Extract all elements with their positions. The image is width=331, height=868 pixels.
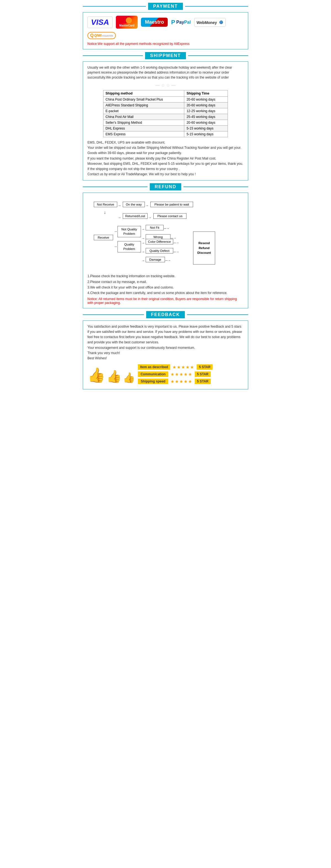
- ship-extra-line: Goods within 39-60 days, please wait for…: [87, 151, 244, 156]
- refund-header: REFUND: [83, 183, 248, 190]
- paypal-logo: P PayPal: [171, 19, 191, 26]
- star-count: 5 STAR: [195, 379, 211, 384]
- stars-decoration: — ☆ ☆ —: [87, 83, 244, 88]
- ship-cell: China Post Ordinary Small Packet Plus: [103, 97, 184, 102]
- receive-box: Receive: [94, 235, 113, 240]
- payment-section: PAYMENT VISA MasterCard Maestro P PayPal: [83, 3, 248, 49]
- arrow3: ↓: [104, 210, 106, 215]
- ship-col-method: Shipping method: [103, 90, 184, 97]
- ship-cell: 25-45 working days: [184, 114, 228, 120]
- arr-notfit-resend: ─→: [164, 226, 170, 230]
- star-count: 5 STAR: [197, 364, 213, 370]
- visa-logo: VISA: [87, 17, 113, 28]
- resend-refund-box: ResendRefundDiscount: [193, 231, 215, 265]
- damage-box: Damage: [146, 257, 165, 262]
- webmoney-logo: WebMoney ⊕: [194, 18, 226, 27]
- refund-section: REFUND Not Receive → On the way → Please…: [83, 183, 248, 308]
- ship-extra-line: EMS, DHL, FEDEX, UPS are available with …: [87, 140, 244, 145]
- payment-box: VISA MasterCard Maestro P PayPal WebMone…: [83, 12, 248, 49]
- arrow4: →: [117, 216, 121, 220]
- feedback-bottom: 👍 👍 👍 Item as described★★★★★5 STARCommun…: [87, 364, 244, 386]
- ship-extra-line: Contact us by email or Ali TradeManager.…: [87, 172, 244, 177]
- thumb-icon-3: 👍: [123, 372, 135, 383]
- payment-header: PAYMENT: [83, 3, 248, 10]
- ship-cell: 20-60 working days: [184, 120, 228, 126]
- ship-cell: AliEPress Standard Shipping: [103, 102, 184, 108]
- star-row: Item as described★★★★★5 STAR: [138, 364, 244, 370]
- please-contact-box: Please contact us: [154, 213, 187, 219]
- shipment-title: SHIPPMENT: [145, 52, 186, 59]
- feedback-title: FEEDBACK: [146, 311, 185, 318]
- on-the-way-box: On the way: [123, 202, 145, 207]
- star-icons: ★★★★★: [170, 379, 193, 384]
- star-count: 5 STAR: [195, 371, 211, 377]
- arrow2: →: [145, 204, 149, 208]
- ship-extra-line: Moveover, fast shipping EMS, DHL, FEDEX …: [87, 161, 244, 166]
- refund-action-item: 3.We will check it for your with the pos…: [87, 285, 244, 290]
- ship-extra-line: If you want the tracking number, please …: [87, 156, 244, 161]
- feedback-box: You satisfaction and positive feedback i…: [83, 320, 248, 390]
- not-fit-box: Not Fit: [146, 225, 164, 230]
- star-row: Communication★★★★★5 STAR: [138, 371, 244, 377]
- shipping-table: Shipping method Shipping Time China Post…: [103, 90, 228, 137]
- refund-title: REFUND: [150, 183, 182, 190]
- refund-notice: Notice: All returned items must be in th…: [87, 297, 244, 305]
- arrow9: →: [114, 244, 117, 249]
- ship-extra-line: Your order will be shipped out via Selle…: [87, 145, 244, 151]
- mastercard-logo: MasterCard: [116, 16, 138, 29]
- shipment-box: Usually we will ship the other within 1-…: [83, 61, 248, 181]
- arr-wrong-resend: ─→: [171, 236, 176, 240]
- please-patient-box: Please be patient to wait: [150, 202, 193, 207]
- ship-cell: 20-60 working days: [184, 102, 228, 108]
- payment-title: PAYMENT: [148, 3, 183, 10]
- star-row: Shipping speed★★★★★5 STAR: [138, 379, 244, 384]
- arrow12: →: [141, 258, 145, 262]
- ship-cell: Seller's Shipping Method: [103, 120, 184, 126]
- ship-cell: 12-25 working days: [184, 108, 228, 114]
- refund-action-item: 4.Check the package and item carefully, …: [87, 290, 244, 296]
- ship-cell: China Post Air Mail: [103, 114, 184, 120]
- refund-action-item: 2.Please contact us by message, e-mail.: [87, 279, 244, 285]
- quality-defect-box: Quality Defect: [146, 248, 173, 253]
- arrow5: →: [148, 216, 151, 220]
- star-rows: Item as described★★★★★5 STARCommunicatio…: [138, 364, 244, 386]
- shipment-section: SHIPPMENT Usually we will ship the other…: [83, 52, 248, 181]
- ship-cell: E-packet: [103, 108, 184, 114]
- ship-cell: 5-15 working days: [184, 131, 228, 137]
- refund-actions: 1.Please check the tracking information …: [87, 273, 244, 296]
- refund-diagram: Not Receive → On the way → Please be pat…: [94, 196, 237, 273]
- shipment-header: SHIPPMENT: [83, 52, 248, 59]
- arrow11: →: [141, 250, 145, 254]
- ship-cell: 5-15 working days: [184, 126, 228, 131]
- ship-extra-line: If the shipping company do not ship the …: [87, 166, 244, 172]
- ship-col-time: Shipping Time: [184, 90, 228, 97]
- ship-cell: EMS Express: [103, 131, 184, 137]
- qiwi-logo: Q QIWI кошелек: [87, 32, 116, 39]
- star-icons: ★★★★★: [172, 365, 194, 370]
- arrow6: →: [114, 229, 117, 234]
- feedback-description: You satisfaction and positive feedback i…: [87, 324, 244, 361]
- ship-cell: DHL Express: [103, 126, 184, 131]
- feedback-section: FEEDBACK You satisfaction and positive f…: [83, 311, 248, 390]
- not-quality-box: Not QualityProblem: [117, 226, 141, 237]
- thumbs-icons: 👍 👍 👍: [87, 367, 135, 383]
- ship-cell: 20-60 working days: [184, 97, 228, 102]
- thumb-icon-1: 👍: [87, 367, 105, 383]
- refund-box: Not Receive → On the way → Please be pat…: [83, 193, 248, 308]
- arrow10: →: [141, 241, 145, 245]
- star-icons: ★★★★★: [170, 372, 193, 377]
- feedback-header: FEEDBACK: [83, 311, 248, 318]
- color-difference-box: Color Difference: [146, 239, 173, 244]
- arrow8: →: [141, 236, 145, 240]
- shipment-description: Usually we will ship the other within 1-…: [87, 65, 244, 80]
- ship-extra: EMS, DHL, FEDEX, UPS are available with …: [87, 140, 244, 177]
- star-label: Shipping speed: [138, 379, 168, 384]
- quality-problem-box: QualityProblem: [117, 241, 141, 252]
- not-receive-box: Not Receive: [94, 202, 117, 207]
- arr-defect-resend: ─→: [173, 250, 179, 254]
- arr-damage-resend: ─→: [165, 258, 171, 262]
- payment-logos: VISA MasterCard Maestro P PayPal WebMone…: [87, 16, 244, 39]
- payment-notice: Notice:We support all the payment method…: [87, 42, 244, 46]
- arrow1: →: [117, 204, 121, 208]
- arr-color-resend: ─→: [173, 241, 179, 245]
